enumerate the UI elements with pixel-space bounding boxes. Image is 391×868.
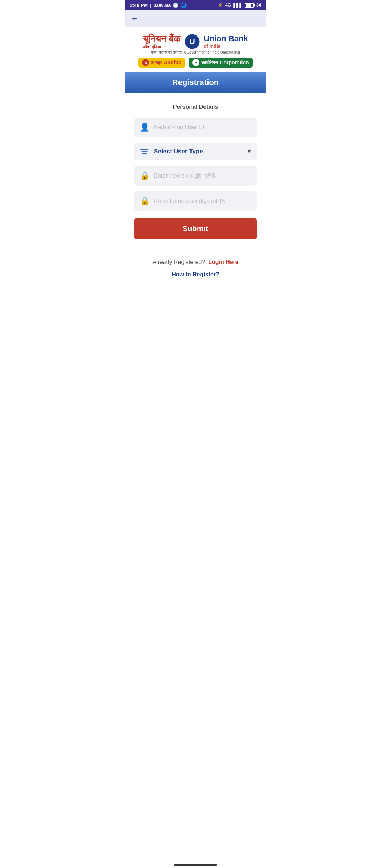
corp-hindi: कार्पोरेशन <box>201 60 218 66</box>
eng-union: Union Bank <box>204 34 248 43</box>
footer-links: Already Registered? Login Here How to Re… <box>125 250 266 284</box>
mpin-input-group[interactable]: 🔒 <box>134 166 257 186</box>
user-type-label: Select User Type <box>154 148 242 155</box>
network-icon: 4G <box>225 3 231 8</box>
hindi-logo: यूनियन बैंक ऑफ इंडिया <box>143 33 180 50</box>
andhra-hindi: आन्ध्र <box>151 60 162 66</box>
how-to-register-link[interactable]: How to Register? <box>132 271 259 278</box>
userid-input[interactable] <box>154 124 252 131</box>
mpin-confirm-input-group[interactable]: 🔒 <box>134 191 257 211</box>
hindi-of-india: ऑफ इंडिया <box>143 44 180 50</box>
logo-main: यूनियन बैंक ऑफ इंडिया U Union Bank of In… <box>143 33 248 50</box>
lock-icon: 🔒 <box>139 171 150 180</box>
battery-level: 34 <box>256 3 261 8</box>
andhra-icon: ã <box>142 59 149 66</box>
corporation-badge: ✦ कार्पोरेशन Corporation <box>189 58 252 68</box>
mpin-input[interactable] <box>154 173 252 179</box>
signal-icon: ▌▌▌ <box>233 3 243 8</box>
user-type-select[interactable]: Select User Type ▼ <box>134 143 257 160</box>
logo-area: यूनियन बैंक ऑफ इंडिया U Union Bank of In… <box>125 27 266 72</box>
chrome-icon: 🌐 <box>181 2 187 8</box>
svg-text:U: U <box>189 37 195 46</box>
eng-of-india: of India <box>204 43 220 49</box>
nav-bar: ← <box>125 10 266 27</box>
layers-icon <box>139 149 150 154</box>
chevron-down-icon: ▼ <box>247 149 252 154</box>
clock-icon: 🕐 <box>173 3 178 8</box>
status-right: ⚡ 4G ▌▌▌ 34 <box>218 3 261 8</box>
english-brand: Union Bank of India <box>204 34 248 49</box>
back-button[interactable]: ← <box>131 14 139 23</box>
form-card: Personal Details 👤 Select User Type ▼ 🔒 … <box>125 93 266 250</box>
user-icon: 👤 <box>139 123 150 132</box>
mpin-confirm-input[interactable] <box>154 198 252 204</box>
status-left: 2:49 PM | 0.0KB/s 🕐 🌐 <box>130 2 187 8</box>
union-bank-logo: U <box>184 34 200 50</box>
already-registered-text: Already Registered? Login Here <box>132 259 259 265</box>
data-speed: 0.0KB/s <box>154 3 171 8</box>
corporation-icon: ✦ <box>192 59 199 66</box>
time: 2:49 PM <box>130 3 148 8</box>
personal-details-label: Personal Details <box>134 104 257 110</box>
govt-tagline: भारत सरकार का उपक्रम A Government of Ind… <box>151 50 240 55</box>
registration-header: Registration <box>125 72 266 93</box>
andhra-english: Andhra <box>164 60 181 65</box>
userid-input-group[interactable]: 👤 <box>134 118 257 137</box>
hindi-union-text: यूनियन बैंक <box>143 33 180 44</box>
bank-badges: ã आन्ध्र Andhra ✦ कार्पोरेशन Corporation <box>138 58 252 68</box>
network-speed: | <box>150 3 151 8</box>
lock-confirm-icon: 🔒 <box>139 196 150 206</box>
andhra-badge: ã आन्ध्र Andhra <box>138 58 185 68</box>
submit-button[interactable]: Submit <box>134 218 257 239</box>
login-here-link[interactable]: Login Here <box>208 259 239 265</box>
corp-english: Corporation <box>220 60 249 65</box>
battery-icon <box>245 3 254 8</box>
bluetooth-icon: ⚡ <box>218 3 223 8</box>
registration-title: Registration <box>132 78 259 93</box>
status-bar: 2:49 PM | 0.0KB/s 🕐 🌐 ⚡ 4G ▌▌▌ 34 <box>125 0 266 10</box>
